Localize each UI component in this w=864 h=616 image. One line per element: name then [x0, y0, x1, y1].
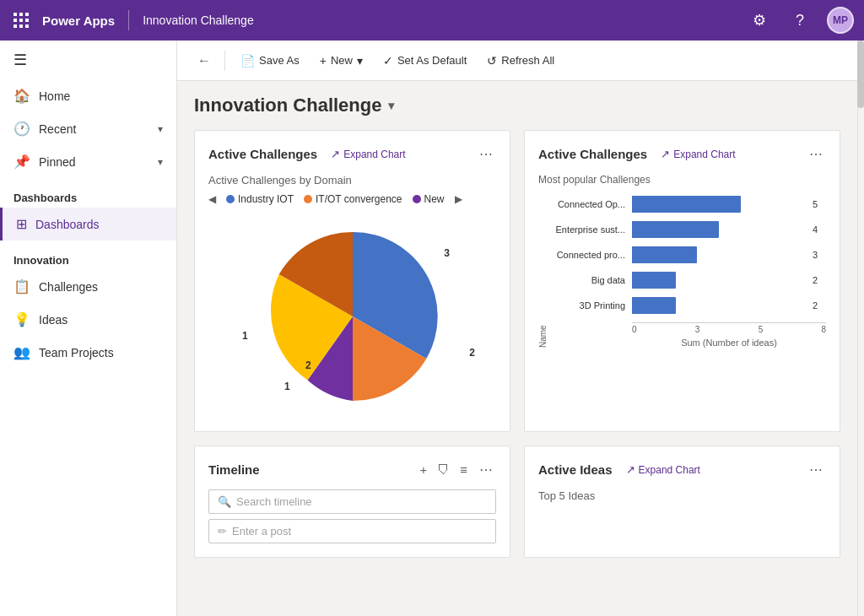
- sidebar-item-label: Home: [39, 89, 70, 103]
- x-axis-label: Sum (Number of ideas): [632, 338, 826, 348]
- bar-track: [632, 246, 806, 263]
- expand-chart-button[interactable]: ↗ Expand Chart: [331, 148, 405, 160]
- bar-fill: [632, 297, 676, 314]
- sidebar-item-label: Ideas: [39, 313, 68, 327]
- filter-button[interactable]: ⛉: [435, 461, 451, 478]
- post-input-box[interactable]: ✏ Enter a post: [208, 519, 496, 543]
- more-options-button[interactable]: ⋯: [806, 144, 826, 164]
- search-icon: 🔍: [218, 495, 231, 508]
- bar-value: 2: [813, 275, 826, 285]
- waffle-menu[interactable]: [10, 9, 32, 31]
- bar-chart: Name Connected Op... 5 Enterprise sust..…: [538, 196, 826, 348]
- scrollbar-thumb: [857, 41, 864, 108]
- expand-chart-button[interactable]: ↗ Expand Chart: [661, 148, 735, 160]
- sidebar-hamburger[interactable]: ☰: [0, 41, 176, 79]
- dashboard-grid: Active Challenges ↗ Expand Chart ⋯ Activ…: [194, 130, 840, 558]
- bar-label: Connected Op...: [549, 199, 625, 209]
- more-options-button[interactable]: ⋯: [476, 144, 496, 164]
- active-challenges-bar-card: Active Challenges ↗ Expand Chart ⋯ Most …: [524, 130, 840, 432]
- bar-track: [632, 221, 806, 238]
- active-challenges-pie-card: Active Challenges ↗ Expand Chart ⋯ Activ…: [194, 130, 510, 432]
- add-button[interactable]: +: [418, 461, 429, 478]
- chart-legend: ◀ Industry IOT IT/OT convergence New: [208, 193, 496, 205]
- set-default-label: Set As Default: [397, 54, 467, 67]
- refresh-label: Refresh All: [501, 54, 554, 67]
- settings-button[interactable]: ⚙: [746, 7, 773, 34]
- post-placeholder: Enter a post: [232, 525, 291, 538]
- x-axis-row: 0 3 5 8: [549, 322, 826, 334]
- pie-label-2-left: 2: [305, 359, 311, 371]
- chart-subtitle: Most popular Challenges: [538, 174, 826, 186]
- page-title-chevron-icon[interactable]: ▾: [388, 99, 394, 112]
- expand-label: Expand Chart: [639, 464, 700, 476]
- axis-spacer: [549, 322, 625, 334]
- list-button[interactable]: ≡: [458, 461, 469, 478]
- bar-value: 3: [813, 250, 826, 260]
- new-button[interactable]: + New ▾: [311, 49, 371, 73]
- x-axis-ticks: 0 3 5 8: [632, 322, 826, 334]
- sidebar: ☰ 🏠 Home 🕐 Recent ▾ 📌 Pinned ▾ Dashboard…: [0, 41, 177, 616]
- card-subtitle: Active Challenges by Domain: [208, 174, 496, 186]
- bar-label: Big data: [549, 275, 625, 285]
- toolbar: ← 📄 Save As + New ▾ ✓ Set As Default ↺ R…: [177, 41, 857, 81]
- sidebar-item-dashboards[interactable]: ⊞ Dashboards: [0, 208, 176, 240]
- save-as-label: Save As: [259, 54, 300, 67]
- sidebar-item-pinned[interactable]: 📌 Pinned ▾: [0, 145, 176, 178]
- legend-next-button[interactable]: ▶: [455, 193, 462, 205]
- back-button[interactable]: ←: [191, 50, 218, 72]
- save-icon: 📄: [240, 54, 255, 68]
- module-name: Innovation Challenge: [143, 14, 254, 27]
- save-as-button[interactable]: 📄 Save As: [232, 49, 308, 73]
- card-title: Active Challenges: [208, 147, 317, 161]
- card-title: Active Challenges: [538, 147, 647, 161]
- legend-label: New: [424, 193, 445, 205]
- bar-fill: [632, 246, 697, 263]
- pencil-icon: ✏: [218, 525, 227, 538]
- axis-spacer: [549, 334, 625, 348]
- new-label: New: [331, 54, 353, 67]
- tick-5: 5: [759, 325, 764, 334]
- avatar[interactable]: MP: [827, 7, 854, 34]
- section-innovation-label: Innovation: [0, 240, 176, 270]
- sidebar-item-home[interactable]: 🏠 Home: [0, 79, 176, 112]
- bar-row: Big data 2: [549, 272, 826, 289]
- expand-icon: ↗: [331, 148, 340, 160]
- page-title: Innovation Challenge ▾: [194, 95, 840, 116]
- pie-label-3: 3: [444, 247, 450, 259]
- refresh-button[interactable]: ↺ Refresh All: [478, 49, 563, 73]
- toolbar-divider: [224, 51, 225, 71]
- bar-value: 5: [813, 199, 826, 209]
- top-navbar: Power Apps Innovation Challenge ⚙ ? MP: [0, 0, 864, 41]
- sidebar-item-challenges[interactable]: 📋 Challenges: [0, 270, 176, 303]
- card-title: Active Ideas: [538, 462, 613, 477]
- expand-label: Expand Chart: [673, 149, 735, 160]
- expand-chart-button[interactable]: ↗ Expand Chart: [626, 463, 700, 476]
- set-default-button[interactable]: ✓ Set As Default: [375, 49, 475, 73]
- bar-chart-body: Connected Op... 5 Enterprise sust...: [549, 196, 826, 348]
- x-axis-label-row: Sum (Number of ideas): [549, 334, 826, 348]
- right-scrollbar[interactable]: [857, 41, 864, 616]
- legend-item-industry-iot: Industry IOT: [226, 193, 294, 205]
- legend-dot: [413, 195, 421, 203]
- sidebar-item-ideas[interactable]: 💡 Ideas: [0, 303, 176, 336]
- team-icon: 👥: [14, 344, 30, 360]
- bar-fill: [632, 272, 676, 289]
- chevron-down-icon: ▾: [158, 156, 163, 168]
- bar-track: [632, 272, 806, 289]
- timeline-card: Timeline + ⛉ ≡ ⋯ 🔍 Search timeline ✏: [194, 446, 510, 558]
- legend-prev-button[interactable]: ◀: [208, 193, 216, 205]
- sidebar-item-recent[interactable]: 🕐 Recent ▾: [0, 112, 176, 145]
- search-timeline-box[interactable]: 🔍 Search timeline: [208, 489, 496, 514]
- more-options-button[interactable]: ⋯: [806, 460, 826, 479]
- more-options-button[interactable]: ⋯: [476, 460, 496, 479]
- card-subtitle: Top 5 Ideas: [538, 489, 826, 502]
- chevron-down-icon: ▾: [357, 54, 363, 68]
- legend-dot: [226, 195, 235, 203]
- bar-track: [632, 297, 806, 314]
- help-button[interactable]: ?: [786, 7, 813, 34]
- ideas-icon: 💡: [14, 311, 30, 327]
- bar-label: Connected pro...: [549, 250, 625, 260]
- expand-icon: ↗: [626, 463, 635, 476]
- sidebar-item-team-projects[interactable]: 👥 Team Projects: [0, 336, 176, 369]
- bar-label: Enterprise sust...: [549, 224, 625, 235]
